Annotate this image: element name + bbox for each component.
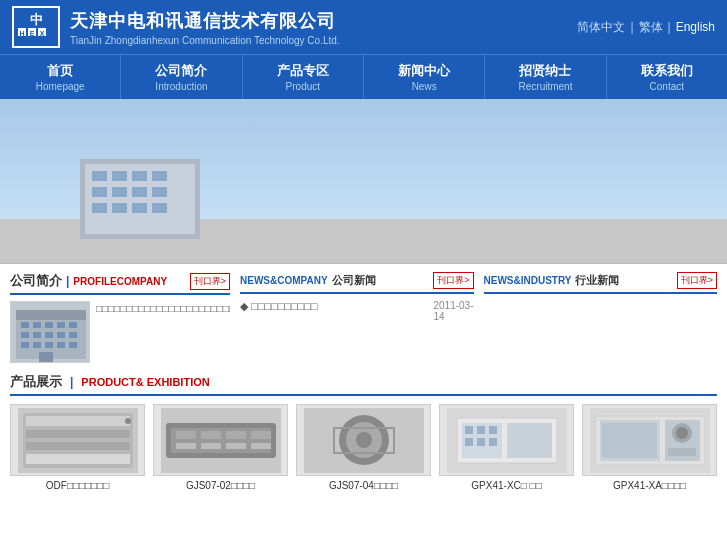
nav-en-homepage: Homepage (4, 81, 116, 92)
profile-more-button[interactable]: 刊口界> (190, 273, 230, 290)
nav-item-contact[interactable]: 联系我们 Contact (607, 55, 727, 99)
nav-en-introduction: Introduction (125, 81, 237, 92)
svg-text:H: H (19, 30, 24, 37)
svg-rect-33 (33, 332, 41, 338)
svg-rect-37 (21, 342, 29, 348)
profile-block: 公司简介 | PROFILECOMPANY 刊口界> (10, 272, 230, 363)
svg-rect-56 (251, 431, 271, 439)
svg-rect-18 (132, 187, 147, 197)
svg-point-81 (676, 427, 688, 439)
news-company-more[interactable]: 刊口界> (433, 272, 473, 289)
product-image-4 (582, 404, 717, 476)
products-header: 产品展示 | PRODUCT& EXHIBITION (10, 373, 717, 396)
svg-rect-60 (251, 443, 271, 449)
news-industry-more[interactable]: 刊口界> (677, 272, 717, 289)
svg-rect-23 (152, 203, 167, 213)
svg-rect-36 (69, 332, 77, 338)
products-title-en: PRODUCT& EXHIBITION (81, 376, 209, 388)
svg-rect-31 (69, 322, 77, 328)
svg-point-64 (356, 432, 372, 448)
svg-rect-40 (57, 342, 65, 348)
nav-cn-introduction: 公司简介 (125, 62, 237, 80)
svg-rect-38 (33, 342, 41, 348)
svg-rect-35 (57, 332, 65, 338)
products-sep: | (70, 375, 73, 389)
svg-rect-17 (112, 187, 127, 197)
product-label-3: GPX41-XC□ □□ (439, 480, 574, 491)
svg-text:E: E (30, 30, 35, 37)
nav-cn-news: 新闻中心 (368, 62, 480, 80)
product-label-2: GJS07-04□□□□ (296, 480, 431, 491)
svg-rect-15 (152, 171, 167, 181)
nav-en-news: News (368, 81, 480, 92)
product-image-2 (296, 404, 431, 476)
svg-rect-22 (132, 203, 147, 213)
nav-item-product[interactable]: 产品专区 Product (243, 55, 364, 99)
main-content: 公司简介 | PROFILECOMPANY 刊口界> (0, 264, 727, 499)
product-item-3[interactable]: GPX41-XC□ □□ (439, 404, 574, 491)
svg-rect-26 (16, 310, 86, 320)
news-company-block: NEWS&COMPANY 公司新闻 刊口界> ◆ □□□□□□□□□□ 2011… (240, 272, 474, 363)
svg-rect-28 (33, 322, 41, 328)
nav-en-contact: Contact (611, 81, 723, 92)
news-item: ◆ □□□□□□□□□□ 2011-03- 14 (240, 300, 474, 322)
product-item-1[interactable]: GJS07-02□□□□ (153, 404, 288, 491)
lang-sep2: | (668, 20, 671, 34)
svg-rect-42 (39, 352, 53, 363)
lang-en-link[interactable]: English (676, 20, 715, 34)
svg-rect-16 (92, 187, 107, 197)
lang-sep1: | (630, 20, 633, 34)
nav-en-recruitment: Recruitment (489, 81, 601, 92)
profile-sep: | (66, 274, 69, 288)
profile-text: □□□□□□□□□□□□□□□□□□□□□□□□□□□□□□□□□□□□□□□□… (96, 301, 230, 363)
product-item-4[interactable]: GPX41-XA□□□□ (582, 404, 717, 491)
svg-rect-20 (92, 203, 107, 213)
product-label-1: GJS07-02□□□□ (153, 480, 288, 491)
svg-rect-27 (21, 322, 29, 328)
products-grid: ODF□□□□□□□ (10, 404, 717, 491)
svg-rect-74 (477, 438, 485, 446)
company-name-cn: 天津中电和讯通信技术有限公司 (70, 9, 340, 33)
nav-item-recruitment[interactable]: 招贤纳士 Recruitment (485, 55, 606, 99)
svg-text:中: 中 (30, 12, 43, 27)
nav-cn-contact: 联系我们 (611, 62, 723, 80)
lang-cn1-link[interactable]: 简体中文 (577, 19, 625, 36)
nav-item-introduction[interactable]: 公司简介 Introduction (121, 55, 242, 99)
svg-rect-29 (45, 322, 53, 328)
svg-rect-47 (26, 442, 130, 450)
news-item-text[interactable]: ◆ □□□□□□□□□□ (240, 300, 427, 313)
product-item-2[interactable]: GJS07-04□□□□ (296, 404, 431, 491)
svg-rect-30 (57, 322, 65, 328)
svg-rect-48 (26, 454, 130, 464)
nav-en-product: Product (247, 81, 359, 92)
svg-rect-54 (201, 431, 221, 439)
svg-rect-14 (132, 171, 147, 181)
banner (0, 99, 727, 264)
svg-rect-46 (26, 430, 130, 438)
profile-title-cn: 公司简介 (10, 272, 62, 290)
product-image-3 (439, 404, 574, 476)
svg-rect-82 (668, 448, 696, 456)
svg-point-49 (125, 418, 131, 424)
nav-item-homepage[interactable]: 首页 Homepage (0, 55, 121, 99)
nav-item-news[interactable]: 新闻中心 News (364, 55, 485, 99)
news-company-items: ◆ □□□□□□□□□□ 2011-03- 14 (240, 300, 474, 322)
svg-rect-73 (465, 438, 473, 446)
company-name-block: 天津中电和讯通信技术有限公司 TianJin Zhongdianhexun Co… (70, 9, 340, 46)
svg-rect-41 (69, 342, 77, 348)
news-company-label: NEWS&COMPANY (240, 275, 328, 286)
svg-rect-72 (489, 426, 497, 434)
product-item-0[interactable]: ODF□□□□□□□ (10, 404, 145, 491)
svg-rect-57 (176, 443, 196, 449)
svg-rect-83 (602, 423, 657, 458)
svg-rect-75 (489, 438, 497, 446)
svg-rect-69 (507, 423, 552, 458)
svg-rect-55 (226, 431, 246, 439)
lang-cn2-link[interactable]: 繁体 (639, 19, 663, 36)
svg-rect-34 (45, 332, 53, 338)
product-image-0 (10, 404, 145, 476)
news-industry-label: NEWS&INDUSTRY (484, 275, 572, 286)
nav-inner: 首页 Homepage 公司简介 Introduction 产品专区 Produ… (0, 55, 727, 99)
products-title-cn: 产品展示 (10, 373, 62, 391)
profile-content: □□□□□□□□□□□□□□□□□□□□□□□□□□□□□□□□□□□□□□□□… (10, 301, 230, 363)
